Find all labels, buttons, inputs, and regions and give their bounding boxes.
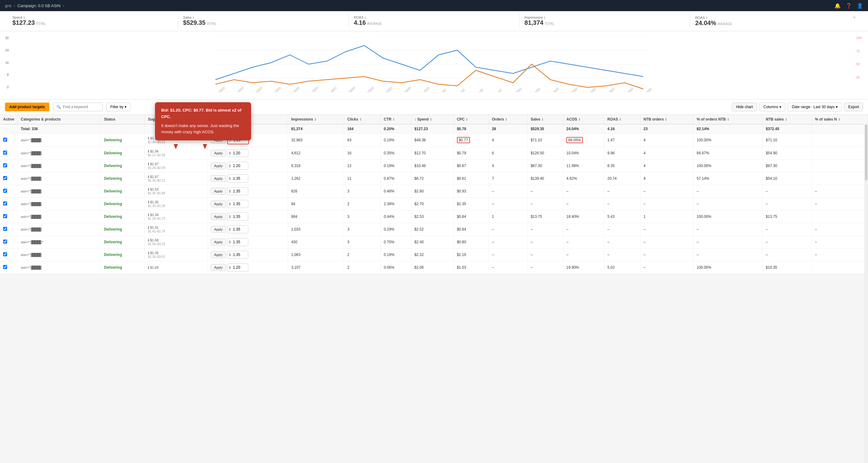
row10-apply-button[interactable]: Apply (211, 251, 226, 258)
row7-active[interactable] (0, 210, 18, 223)
row2-apply-bid[interactable]: Apply $ (207, 147, 288, 160)
row4-roas: 20.74 (604, 172, 641, 185)
row8-apply-bid[interactable]: Apply $ (207, 223, 288, 236)
row6-apply-bid[interactable]: Apply $ (207, 198, 288, 210)
row6-asin: asin=*[████] (18, 198, 101, 210)
table-row: asin=*[████] Delivering ℹ $1.53 $1.35–$1… (0, 185, 868, 198)
row3-bid-input[interactable] (231, 163, 247, 169)
user-icon[interactable]: 👤 (857, 3, 863, 9)
row3-ntb-orders: 4 (640, 160, 693, 172)
row2-bid-input[interactable] (231, 150, 247, 156)
columns-button[interactable]: Columns ▾ (760, 102, 785, 111)
row9-active[interactable] (0, 236, 18, 249)
row3-apply-bid[interactable]: Apply $ (207, 160, 288, 172)
add-product-targets-button[interactable]: Add product targets (5, 102, 49, 111)
row9-apply-button[interactable]: Apply (211, 239, 226, 245)
row8-acos: – (563, 223, 604, 236)
row7-spend: $2.53 (411, 210, 454, 223)
total-pct-sales-n (812, 124, 868, 133)
row11-apply-button[interactable]: Apply (211, 264, 226, 271)
row5-apply-bid[interactable]: Apply $ (207, 185, 288, 198)
row10-active[interactable] (0, 249, 18, 261)
row10-bid-input[interactable] (231, 252, 247, 258)
row11-ntb-orders: – (640, 261, 693, 274)
export-button[interactable]: Export (844, 102, 863, 111)
svg-text:1/8/2022: 1/8/2022 (474, 88, 484, 92)
table-row: asin=*[████] Delivering ℹ $1.35 $1.35–$3… (0, 249, 868, 261)
row10-asin: asin=*[████] (18, 249, 101, 261)
col-clicks: Clicks ℹ (344, 115, 381, 124)
row11-active[interactable] (0, 261, 18, 274)
row9-bid-input[interactable] (231, 239, 247, 245)
row4-bid-input[interactable] (231, 176, 247, 182)
stat-acos: ROAS ℹ ✕ 24.04%AVERAGE (690, 14, 861, 28)
row8-apply-button[interactable]: Apply (211, 226, 226, 233)
row5-pct-orders-ntb: – (693, 185, 763, 198)
row8-active[interactable] (0, 223, 18, 236)
breadcrumb-campaigns[interactable]: gns (5, 3, 11, 8)
row4-apply-bid[interactable]: Apply $ (207, 172, 288, 185)
svg-text:1/1/2022: 1/1/2022 (437, 88, 447, 92)
row4-ntb-orders: 4 (640, 172, 693, 185)
row8-ntb-sales: – (763, 223, 812, 236)
row2-ntb-orders: 4 (640, 147, 693, 160)
nav-actions: 🔔 ❓ 👤 (835, 3, 863, 9)
row6-apply-button[interactable]: Apply (211, 200, 226, 207)
row5-active[interactable] (0, 185, 18, 198)
row7-apply-button[interactable]: Apply (211, 213, 226, 220)
row4-bid-input-container: $ (227, 175, 248, 183)
row3-ctr: 0.19% (381, 160, 411, 172)
row11-bid-input[interactable] (231, 264, 247, 271)
stat-roas-label: ROAS ℹ (354, 16, 514, 19)
chevron-down-icon-2: ▾ (779, 105, 781, 109)
row3-apply-button[interactable]: Apply (211, 162, 226, 169)
row8-dollar-sign: $ (229, 227, 230, 231)
row8-sales: – (527, 223, 563, 236)
total-label: Total: 336 (18, 124, 101, 133)
row9-clicks: 3 (344, 236, 381, 249)
search-input[interactable] (63, 105, 100, 109)
row5-impressions: 626 (288, 185, 344, 198)
row1-active[interactable] (0, 133, 18, 147)
svg-text:12/26/2021: 12/26/2021 (325, 86, 337, 92)
row7-apply-bid[interactable]: Apply $ (207, 210, 288, 223)
row11-apply-bid[interactable]: Apply $ (207, 261, 288, 274)
row9-apply-bid[interactable]: Apply $ (207, 236, 288, 249)
data-table: Active Categories & products Status Sugg… (0, 115, 868, 274)
row6-active[interactable] (0, 198, 18, 210)
row6-bid-input[interactable] (231, 201, 247, 207)
svg-text:1/16/2022: 1/16/2022 (623, 87, 633, 92)
stat-acos-value: 24.04%AVERAGE (695, 20, 856, 27)
row4-acos: 4.82% (563, 172, 604, 185)
toolbar-right: Hide chart Columns ▾ Date range - Last 3… (732, 102, 863, 111)
row8-bid-input[interactable] (231, 226, 247, 233)
row7-dollar-sign: $ (229, 215, 230, 218)
breadcrumb-campaign[interactable]: Campaign: 0.0 SB ASIN (18, 3, 60, 8)
row7-bid-input[interactable] (231, 214, 247, 220)
bell-icon[interactable]: 🔔 (835, 3, 841, 9)
row3-active[interactable] (0, 160, 18, 172)
hide-chart-button[interactable]: Hide chart (732, 102, 757, 111)
row6-pct-orders-ntb: – (693, 198, 763, 210)
row10-apply-bid[interactable]: Apply $ (207, 249, 288, 261)
row7-cpc: $0.84 (454, 210, 489, 223)
row5-apply-button[interactable]: Apply (211, 188, 226, 195)
row4-active[interactable] (0, 172, 18, 185)
date-range-button[interactable]: Date range - Last 30 days ▾ (788, 102, 842, 111)
help-icon[interactable]: ❓ (846, 3, 852, 9)
row5-bid-input[interactable] (231, 188, 247, 194)
row5-pct-sales-n: – (812, 185, 868, 198)
svg-text:1/9/2022: 1/9/2022 (493, 88, 502, 92)
filter-button[interactable]: Filter by ▾ (106, 102, 131, 111)
scrollbar-thumb[interactable] (865, 125, 867, 180)
col-ctr: CTR ℹ (381, 115, 411, 124)
info-icon-3: ℹ (365, 16, 366, 19)
close-icon-stats[interactable]: ✕ (853, 16, 856, 20)
row10-status: Delivering (101, 249, 145, 261)
row4-ntb-sales: $54.10 (763, 172, 812, 185)
row2-active[interactable] (0, 147, 18, 160)
row5-acos: – (563, 185, 604, 198)
row4-apply-button[interactable]: Apply (211, 175, 226, 182)
row2-apply-button[interactable]: Apply (211, 150, 226, 156)
row11-roas: 5.02 (604, 261, 641, 274)
